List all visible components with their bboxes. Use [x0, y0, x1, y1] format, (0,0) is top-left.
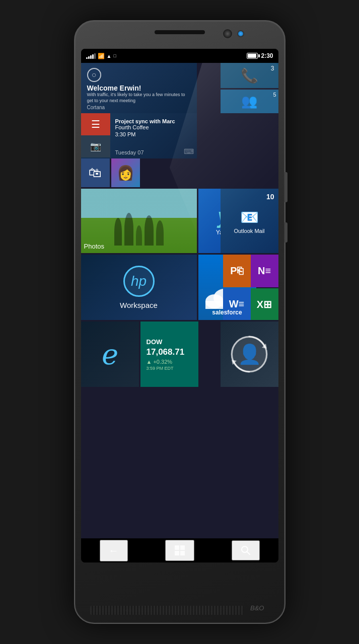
hp-workspace-label: Workspace — [120, 301, 158, 309]
edge-tile[interactable]: ℯ — [81, 321, 139, 387]
people-tile[interactable]: 👥 — [221, 90, 278, 113]
camera-area — [222, 28, 244, 39]
status-right: 2:30 — [247, 52, 273, 59]
clock: 2:30 — [261, 52, 273, 59]
home-button[interactable] — [165, 540, 194, 561]
camera-tile[interactable]: 📷 — [81, 135, 110, 157]
cortana-greeting: Welcome Erwin! — [87, 84, 191, 92]
dow-change: ▲ +0.32% — [147, 359, 192, 365]
onenote-icon: N≡ — [258, 265, 271, 277]
cortana-message: With traffic, it's likely to take you a … — [87, 92, 191, 104]
photos-tile[interactable]: Photos — [81, 189, 197, 253]
lync-arrows-icon — [230, 335, 269, 374]
outlook-icon: 📧 — [240, 208, 259, 226]
phone-speaker — [155, 30, 205, 34]
phone-tile[interactable]: 📞 3 — [221, 63, 278, 88]
camera-lens — [222, 28, 233, 39]
signal-bars — [86, 53, 96, 59]
photos-label: Photos — [84, 243, 104, 250]
dow-time: 3:59 PM EDT — [147, 366, 192, 371]
powerpoint-icon: P⎗ — [230, 265, 243, 277]
svg-rect-7 — [175, 545, 179, 550]
svg-line-12 — [247, 551, 250, 554]
phone-screen: 📶 ▲ □ 2:30 ○ Welcome Erwin! With traffic… — [81, 49, 278, 562]
news-tile[interactable]: ☰ — [81, 113, 110, 135]
speaker-dots — [90, 606, 244, 615]
search-button[interactable] — [232, 540, 260, 560]
salesforce-label: salesforce — [212, 309, 242, 316]
excel-tile[interactable]: X⊞ — [251, 288, 278, 320]
camera-flash — [237, 30, 244, 37]
cortana-label: Cortana — [87, 105, 105, 110]
meeting-time: 3:30 PM — [115, 131, 193, 137]
bluetooth-icon: ▲ — [107, 53, 112, 59]
search-icon — [241, 545, 251, 555]
onenote-tile[interactable]: N≡ — [251, 255, 278, 287]
meeting-date: Tuesday 07 — [115, 149, 144, 155]
store-tile[interactable]: 🛍 — [81, 158, 110, 187]
tiles-area: ○ Welcome Erwin! With traffic, it's like… — [81, 63, 278, 538]
word-icon: W≡ — [229, 298, 245, 310]
keyboard-icon: ⌨ — [184, 147, 194, 155]
back-button[interactable]: ← — [100, 540, 128, 561]
wifi-icon: 📶 — [98, 53, 105, 59]
dow-value: 17,068.71 — [147, 347, 192, 357]
meeting-tile[interactable]: ☰ 📷 Project sync with Marc Fourth Coffee… — [81, 113, 197, 158]
dow-title: DOW — [147, 338, 192, 346]
outlook-label: Outlook Mail — [234, 228, 264, 234]
powerpoint-tile[interactable]: P⎗ — [223, 255, 251, 287]
power-button[interactable] — [284, 222, 288, 243]
svg-rect-8 — [180, 545, 185, 550]
nav-bar: ← — [81, 538, 278, 562]
svg-rect-9 — [175, 551, 179, 555]
cortana-tile[interactable]: ○ Welcome Erwin! With traffic, it's like… — [81, 63, 197, 113]
edge-icon: ℯ — [102, 338, 118, 371]
outlook-tile[interactable]: 10 📧 Outlook Mail — [221, 189, 278, 253]
hp-workspace-tile[interactable]: hp Workspace — [81, 255, 197, 320]
windows-icon — [174, 545, 185, 556]
cortana-circle-icon: ○ — [87, 68, 101, 82]
hp-logo-icon: hp — [123, 266, 155, 297]
phone-badge: 3 — [271, 65, 274, 72]
meeting-title: Project sync with Marc — [115, 118, 193, 124]
status-bar: 📶 ▲ □ 2:30 — [81, 49, 278, 63]
contact-tile[interactable]: 👩 — [111, 158, 140, 187]
status-left: 📶 ▲ □ — [86, 53, 116, 59]
battery-icon — [247, 53, 258, 59]
lync-tile[interactable]: 👤 — [221, 321, 278, 387]
signal-icon2: □ — [113, 53, 116, 58]
meeting-location: Fourth Coffee — [115, 124, 193, 130]
volume-button[interactable] — [284, 172, 288, 202]
outlook-badge: 10 — [266, 193, 274, 201]
bo-logo: B&O — [250, 604, 264, 612]
phone-device: 📶 ▲ □ 2:30 ○ Welcome Erwin! With traffic… — [74, 20, 285, 624]
excel-icon: X⊞ — [257, 298, 272, 310]
svg-rect-10 — [180, 551, 185, 555]
tiles-grid: ○ Welcome Erwin! With traffic, it's like… — [81, 63, 278, 538]
dow-tile[interactable]: DOW 17,068.71 ▲ +0.32% 3:59 PM EDT — [140, 321, 198, 387]
